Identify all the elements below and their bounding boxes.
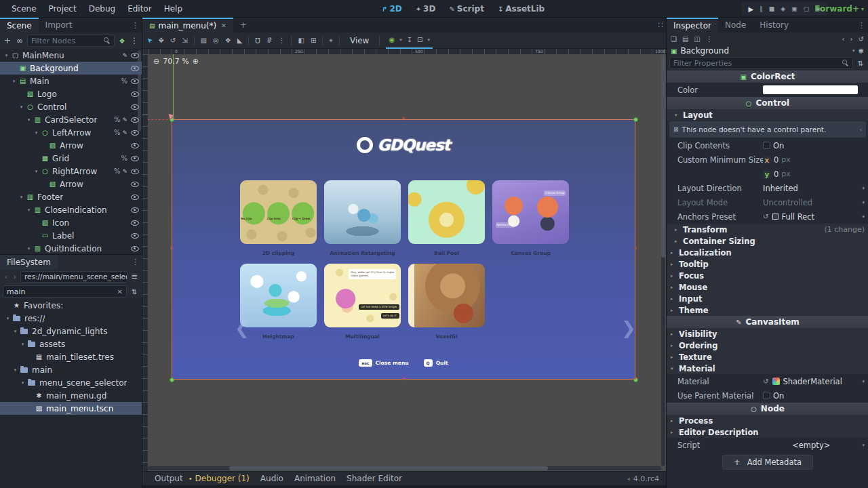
toggle-split-mode-icon[interactable]: ≡ — [130, 272, 139, 281]
frame-select-icon[interactable]: ⊡ — [417, 36, 422, 43]
add-node-button[interactable]: + — [3, 36, 12, 45]
color-swatch[interactable] — [763, 85, 858, 94]
remote-debug-icon[interactable]: ◈ — [781, 5, 785, 12]
property-group-ordering[interactable]: ▸Ordering — [667, 340, 868, 351]
script-badge[interactable]: ✎ — [122, 168, 127, 175]
visibility-eye-icon[interactable] — [131, 246, 139, 251]
filesystem-tab[interactable]: FileSystem — [0, 255, 58, 270]
property-value[interactable] — [763, 85, 865, 94]
property-group-focus[interactable]: ▸Focus — [667, 270, 868, 281]
property-value[interactable]: Inherited▾ — [763, 184, 865, 193]
visibility-eye-icon[interactable] — [131, 143, 139, 148]
layout-expand-icon[interactable]: ∷ — [658, 20, 663, 30]
canvas-viewport[interactable]: 02505007501000 GDQuest No ClipClip OnlyC… — [142, 49, 666, 471]
tree-caret-icon[interactable]: ▾ — [12, 329, 19, 334]
visibility-eye-icon[interactable] — [131, 220, 139, 226]
scene-tree-row-footer[interactable]: ▾▥Footer — [0, 190, 142, 203]
lock-node-icon[interactable]: ◧ — [298, 37, 304, 44]
filesystem-menu-icon[interactable]: ⋮ — [132, 258, 139, 266]
property-value[interactable]: ↺ShaderMaterial▾ — [763, 377, 865, 386]
dock-tab-scene[interactable]: Scene — [0, 18, 39, 33]
vector-value[interactable]: 0 — [774, 155, 778, 165]
scene-tab-main-menu[interactable]: ▤ main_menu(*) ✕ — [142, 18, 233, 33]
visibility-eye-icon[interactable] — [131, 92, 139, 97]
stop-icon[interactable]: ■ — [769, 5, 775, 12]
property-group-texture[interactable]: ▸Texture — [667, 351, 868, 363]
move-tool-icon[interactable]: ✥ — [158, 37, 163, 44]
scene-tree-row-rightarrow[interactable]: ▾○RightArrow%✎ — [0, 165, 142, 178]
workspace-tab-2d[interactable]: ↱2D — [376, 4, 408, 14]
zoom-in-icon[interactable]: ⊕ — [193, 57, 199, 66]
scene-tree-row-arrow[interactable]: ▧Arrow — [0, 178, 142, 190]
property-value[interactable]: y0px — [763, 169, 865, 179]
smart-snap-toggle-icon[interactable]: Ω — [255, 37, 260, 44]
inspector-tab-menu-icon[interactable]: ⋮ — [858, 21, 865, 30]
selection-corner-handle[interactable] — [633, 117, 638, 122]
menu-item-editor[interactable]: Editor — [121, 4, 158, 14]
tree-caret-icon[interactable]: ▾ — [18, 104, 25, 110]
revert-icon[interactable]: ↺ — [763, 378, 768, 385]
scene-tree-row-grid[interactable]: ▦Grid% — [0, 152, 142, 165]
scene-tree-row-leftarrow[interactable]: ▾○LeftArrow%✎ — [0, 126, 142, 139]
property-sort-icon[interactable]: ⇅ — [856, 60, 865, 67]
property-value[interactable]: Uncontrolled▾ — [763, 198, 865, 207]
checkbox[interactable] — [763, 392, 770, 399]
script-badge[interactable]: ✎ — [122, 129, 127, 136]
scene-tree-row-background[interactable]: ▣Background — [0, 62, 142, 75]
filesystem-row-menu-scene-selector[interactable]: ▾menu_scene_selector — [0, 376, 142, 389]
menu-item-debug[interactable]: Debug — [83, 4, 121, 14]
load-resource-icon[interactable]: ▤ — [682, 35, 688, 43]
workspace-tab-3d[interactable]: ✦3D — [410, 4, 441, 14]
play-custom-scene-icon[interactable]: ▢ — [804, 5, 810, 12]
property-group-container-sizing[interactable]: ▸Container Sizing — [667, 235, 868, 247]
filesystem-row-main-tileset-tres[interactable]: ▦main_tileset.tres — [0, 350, 142, 363]
property-group-layout[interactable]: ▾Layout — [667, 109, 868, 121]
filesystem-row-main-menu-gd[interactable]: ✱main_menu.gd — [0, 389, 142, 402]
selection-edge-handle[interactable]: ✕ — [633, 377, 637, 382]
chevron-down-icon[interactable]: ▾ — [852, 48, 855, 54]
extra-options-icon[interactable]: ✱ — [859, 47, 864, 55]
scene-tree-row-logo[interactable]: ▧Logo — [0, 87, 142, 100]
scene-tree-row-main[interactable]: ▾▤Main% — [0, 75, 142, 87]
pin-icon[interactable]: ↧ — [407, 36, 412, 43]
resource-menu-icon[interactable]: ⋮ — [706, 35, 713, 43]
view-menu-button[interactable]: View — [346, 36, 373, 45]
menu-item-project[interactable]: Project — [43, 4, 83, 14]
tree-caret-icon[interactable]: ▾ — [33, 169, 40, 174]
selection-edge-handle[interactable]: ✕ — [401, 377, 406, 382]
control-parent-warning[interactable]: ⊠This node doesn't have a control parent… — [669, 121, 866, 138]
filesystem-row-assets[interactable]: ▾assets — [0, 338, 142, 350]
tree-caret-icon[interactable]: ▾ — [3, 53, 10, 58]
new-tab-button[interactable]: + — [233, 18, 254, 33]
node-filter-icon[interactable]: ❖ — [117, 37, 127, 45]
selection-edge-handle[interactable]: ✕ — [170, 247, 174, 251]
filesystem-row-2d-dynamic-lights[interactable]: ▾2d_dynamic_lights — [0, 325, 142, 338]
play-icon[interactable]: ▶ — [748, 5, 753, 13]
visibility-eye-icon[interactable] — [131, 130, 139, 136]
visibility-eye-icon[interactable] — [131, 66, 139, 71]
bottom-tab-debugger-1-[interactable]: Debugger (1) — [190, 474, 255, 483]
property-group-mouse[interactable]: ▸Mouse — [667, 281, 868, 293]
instance-scene-button[interactable]: ∞ — [15, 36, 24, 45]
property-group-localization[interactable]: ▸Localization — [667, 247, 868, 258]
property-value[interactable]: <empty>▾ — [763, 441, 865, 450]
nav-forward-icon[interactable]: › — [12, 272, 18, 281]
visibility-eye-icon[interactable] — [131, 195, 139, 200]
workspace-tab-assetlib[interactable]: ↧AssetLib — [492, 4, 550, 14]
bottom-tab-output[interactable]: Output — [149, 474, 189, 483]
vector-value[interactable]: 0 — [774, 169, 778, 179]
selection-edge-handle[interactable]: ✕ — [633, 247, 637, 251]
property-group-transform[interactable]: ▸Transform(1 change) — [667, 224, 868, 235]
tree-caret-icon[interactable]: ▾ — [19, 342, 26, 347]
nav-back-icon[interactable]: ‹ — [3, 272, 9, 281]
scene-tree-row-closeindication[interactable]: ▾▥CloseIndication — [0, 203, 142, 216]
selection-edge-handle[interactable]: ✕ — [401, 117, 406, 121]
property-group-theme[interactable]: ▸Theme — [667, 304, 868, 316]
scale-tool-icon[interactable]: ⇲ — [182, 37, 187, 44]
clear-filter-icon[interactable]: ✕ — [117, 288, 123, 296]
inspector-tab-history[interactable]: History — [753, 18, 795, 33]
scene-tree-menu-icon[interactable]: ⋮ — [130, 36, 139, 45]
scene-tree-row-quitindication[interactable]: ▾▥QuitIndication — [0, 242, 142, 254]
tree-caret-icon[interactable]: ▾ — [10, 79, 18, 84]
filesystem-row-main-menu-tscn[interactable]: ▤main_menu.tscn — [0, 402, 142, 415]
